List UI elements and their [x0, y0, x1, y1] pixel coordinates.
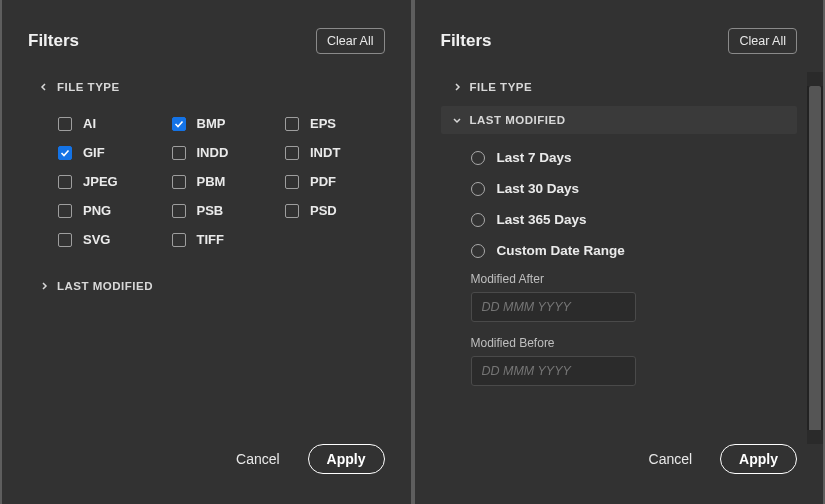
chevron-right-icon — [40, 282, 48, 290]
file-type-grid: AI BMP EPS GIF INDD INDT JPEG PBM PDF PN… — [40, 102, 391, 271]
modified-before-input[interactable] — [471, 356, 636, 386]
checkbox-bmp[interactable]: BMP — [172, 116, 278, 131]
panel-footer: Cancel Apply — [415, 444, 824, 504]
apply-button[interactable]: Apply — [720, 444, 797, 474]
last-modified-options: Last 7 Days Last 30 Days Last 365 Days C… — [453, 140, 798, 272]
checkbox-svg[interactable]: SVG — [58, 232, 164, 247]
field-label: Modified After — [471, 272, 798, 286]
section-label: FILE TYPE — [470, 81, 533, 93]
chevron-down-icon — [453, 116, 461, 124]
chevron-right-icon — [453, 83, 461, 91]
scrollbar[interactable] — [807, 72, 823, 444]
modified-before-group: Modified Before — [453, 336, 798, 400]
checkbox-tiff[interactable]: TIFF — [172, 232, 278, 247]
section-last-modified[interactable]: LAST MODIFIED — [453, 114, 798, 126]
checkbox-jpeg[interactable]: JPEG — [58, 174, 164, 189]
panel-header: Filters Clear All — [2, 0, 411, 72]
checkbox-ai[interactable]: AI — [58, 116, 164, 131]
panel-footer: Cancel Apply — [2, 444, 411, 504]
checkbox-pbm[interactable]: PBM — [172, 174, 278, 189]
filters-panel-left: Filters Clear All FILE TYPE AI BMP EPS G… — [2, 0, 411, 504]
clear-all-button[interactable]: Clear All — [316, 28, 385, 54]
checkbox-indt[interactable]: INDT — [285, 145, 391, 160]
cancel-button[interactable]: Cancel — [236, 451, 280, 467]
radio-last-30-days[interactable]: Last 30 Days — [471, 181, 798, 196]
modified-after-input[interactable] — [471, 292, 636, 322]
section-file-type[interactable]: FILE TYPE — [453, 72, 798, 102]
section-last-modified[interactable]: LAST MODIFIED — [40, 271, 391, 301]
section-file-type[interactable]: FILE TYPE — [40, 72, 391, 102]
checkbox-psd[interactable]: PSD — [285, 203, 391, 218]
apply-button[interactable]: Apply — [308, 444, 385, 474]
checkbox-indd[interactable]: INDD — [172, 145, 278, 160]
section-label: FILE TYPE — [57, 81, 120, 93]
radio-custom-date-range[interactable]: Custom Date Range — [471, 243, 798, 258]
checkbox-gif[interactable]: GIF — [58, 145, 164, 160]
clear-all-button[interactable]: Clear All — [728, 28, 797, 54]
filters-panel-right: Filters Clear All FILE TYPE LAST MODIFIE… — [415, 0, 824, 504]
section-label: LAST MODIFIED — [470, 114, 566, 126]
panel-header: Filters Clear All — [415, 0, 824, 72]
checkbox-png[interactable]: PNG — [58, 203, 164, 218]
scrollbar-thumb[interactable] — [809, 86, 821, 436]
radio-last-7-days[interactable]: Last 7 Days — [471, 150, 798, 165]
panel-title: Filters — [28, 31, 79, 51]
checkbox-psb[interactable]: PSB — [172, 203, 278, 218]
section-label: LAST MODIFIED — [57, 280, 153, 292]
cancel-button[interactable]: Cancel — [649, 451, 693, 467]
field-label: Modified Before — [471, 336, 798, 350]
checkbox-eps[interactable]: EPS — [285, 116, 391, 131]
panel-title: Filters — [441, 31, 492, 51]
modified-after-group: Modified After — [453, 272, 798, 336]
chevron-down-icon — [40, 83, 48, 91]
radio-last-365-days[interactable]: Last 365 Days — [471, 212, 798, 227]
checkbox-pdf[interactable]: PDF — [285, 174, 391, 189]
